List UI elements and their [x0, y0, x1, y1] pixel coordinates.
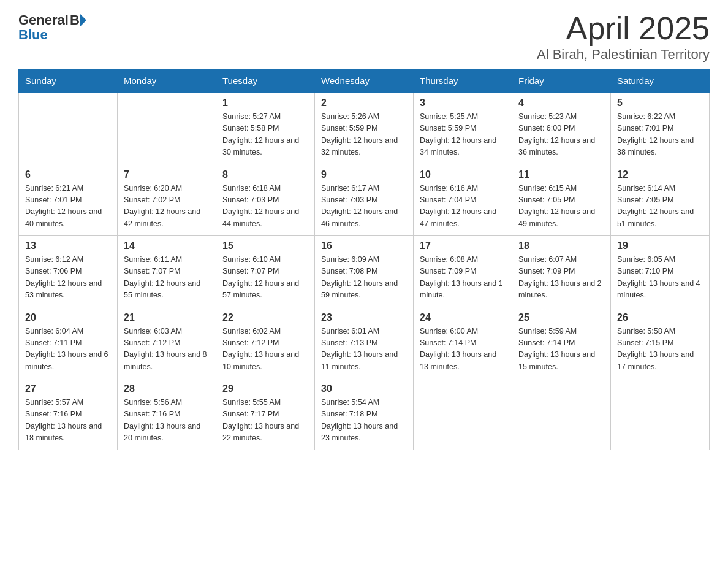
day-info: Sunrise: 6:05 AMSunset: 7:10 PMDaylight:…	[617, 254, 703, 302]
day-info: Sunrise: 6:08 AMSunset: 7:09 PMDaylight:…	[420, 254, 506, 302]
day-number: 27	[25, 383, 111, 394]
logo: General B Blue	[18, 12, 86, 43]
day-info: Sunrise: 6:17 AMSunset: 7:03 PMDaylight:…	[321, 183, 407, 231]
calendar-cell: 7Sunrise: 6:20 AMSunset: 7:02 PMDaylight…	[118, 164, 216, 236]
title-section: April 2025 Al Birah, Palestinian Territo…	[537, 12, 710, 63]
calendar-cell	[512, 378, 611, 450]
calendar-cell: 29Sunrise: 5:55 AMSunset: 7:17 PMDayligh…	[216, 378, 315, 450]
day-number: 20	[25, 312, 111, 323]
day-number: 28	[124, 383, 210, 394]
day-info: Sunrise: 5:58 AMSunset: 7:15 PMDaylight:…	[617, 326, 703, 373]
calendar-cell: 8Sunrise: 6:18 AMSunset: 7:03 PMDaylight…	[216, 164, 315, 236]
day-info: Sunrise: 6:00 AMSunset: 7:14 PMDaylight:…	[420, 326, 506, 373]
calendar-cell: 14Sunrise: 6:11 AMSunset: 7:07 PMDayligh…	[118, 236, 216, 307]
day-info: Sunrise: 5:23 AMSunset: 6:00 PMDaylight:…	[518, 111, 604, 159]
calendar-week-row: 27Sunrise: 5:57 AMSunset: 7:16 PMDayligh…	[19, 378, 710, 450]
day-info: Sunrise: 6:21 AMSunset: 7:01 PMDaylight:…	[25, 183, 111, 231]
day-info: Sunrise: 6:07 AMSunset: 7:09 PMDaylight:…	[518, 254, 604, 302]
day-info: Sunrise: 5:27 AMSunset: 5:58 PMDaylight:…	[222, 111, 308, 159]
day-number: 25	[518, 312, 604, 323]
calendar-cell: 24Sunrise: 6:00 AMSunset: 7:14 PMDayligh…	[414, 307, 512, 378]
calendar-cell: 21Sunrise: 6:03 AMSunset: 7:12 PMDayligh…	[118, 307, 216, 378]
weekday-header-row: SundayMondayTuesdayWednesdayThursdayFrid…	[19, 69, 710, 93]
weekday-header-monday: Monday	[118, 69, 216, 93]
calendar-cell: 15Sunrise: 6:10 AMSunset: 7:07 PMDayligh…	[216, 236, 315, 307]
day-info: Sunrise: 5:56 AMSunset: 7:16 PMDaylight:…	[124, 397, 210, 445]
calendar-cell: 22Sunrise: 6:02 AMSunset: 7:12 PMDayligh…	[216, 307, 315, 378]
calendar-cell: 2Sunrise: 5:26 AMSunset: 5:59 PMDaylight…	[315, 93, 414, 164]
day-number: 12	[617, 169, 703, 180]
day-info: Sunrise: 6:09 AMSunset: 7:08 PMDaylight:…	[321, 254, 407, 302]
weekday-header-friday: Friday	[512, 69, 611, 93]
calendar-cell: 4Sunrise: 5:23 AMSunset: 6:00 PMDaylight…	[512, 93, 611, 164]
logo-blue: Blue	[18, 27, 48, 43]
calendar-cell: 9Sunrise: 6:17 AMSunset: 7:03 PMDaylight…	[315, 164, 414, 236]
day-number: 16	[321, 240, 407, 251]
day-info: Sunrise: 6:10 AMSunset: 7:07 PMDaylight:…	[222, 254, 308, 302]
calendar-cell: 1Sunrise: 5:27 AMSunset: 5:58 PMDaylight…	[216, 93, 315, 164]
calendar-week-row: 20Sunrise: 6:04 AMSunset: 7:11 PMDayligh…	[19, 307, 710, 378]
day-number: 24	[420, 312, 506, 323]
calendar-cell	[118, 93, 216, 164]
day-info: Sunrise: 5:26 AMSunset: 5:59 PMDaylight:…	[321, 111, 407, 159]
weekday-header-thursday: Thursday	[414, 69, 512, 93]
weekday-header-wednesday: Wednesday	[315, 69, 414, 93]
day-number: 7	[124, 169, 210, 180]
calendar-cell: 23Sunrise: 6:01 AMSunset: 7:13 PMDayligh…	[315, 307, 414, 378]
day-number: 22	[222, 312, 308, 323]
calendar-cell: 13Sunrise: 6:12 AMSunset: 7:06 PMDayligh…	[19, 236, 118, 307]
day-info: Sunrise: 6:16 AMSunset: 7:04 PMDaylight:…	[420, 183, 506, 231]
day-info: Sunrise: 5:59 AMSunset: 7:14 PMDaylight:…	[518, 326, 604, 373]
calendar-cell: 30Sunrise: 5:54 AMSunset: 7:18 PMDayligh…	[315, 378, 414, 450]
weekday-header-saturday: Saturday	[611, 69, 710, 93]
day-number: 26	[617, 312, 703, 323]
day-info: Sunrise: 5:25 AMSunset: 5:59 PMDaylight:…	[420, 111, 506, 159]
calendar-cell: 28Sunrise: 5:56 AMSunset: 7:16 PMDayligh…	[118, 378, 216, 450]
day-number: 19	[617, 240, 703, 251]
logo-general: General	[18, 12, 69, 28]
day-info: Sunrise: 6:22 AMSunset: 7:01 PMDaylight:…	[617, 111, 703, 159]
day-number: 4	[518, 98, 604, 109]
calendar-cell	[611, 378, 710, 450]
day-number: 18	[518, 240, 604, 251]
day-number: 21	[124, 312, 210, 323]
location-title: Al Birah, Palestinian Territory	[537, 47, 710, 63]
day-number: 17	[420, 240, 506, 251]
day-number: 9	[321, 169, 407, 180]
day-number: 13	[25, 240, 111, 251]
calendar-cell: 25Sunrise: 5:59 AMSunset: 7:14 PMDayligh…	[512, 307, 611, 378]
day-info: Sunrise: 5:54 AMSunset: 7:18 PMDaylight:…	[321, 397, 407, 445]
day-number: 2	[321, 98, 407, 109]
day-number: 3	[420, 98, 506, 109]
day-info: Sunrise: 5:57 AMSunset: 7:16 PMDaylight:…	[25, 397, 111, 445]
calendar-cell: 17Sunrise: 6:08 AMSunset: 7:09 PMDayligh…	[414, 236, 512, 307]
calendar-cell: 11Sunrise: 6:15 AMSunset: 7:05 PMDayligh…	[512, 164, 611, 236]
day-info: Sunrise: 6:12 AMSunset: 7:06 PMDaylight:…	[25, 254, 111, 302]
day-number: 8	[222, 169, 308, 180]
logo-b: B	[70, 12, 80, 28]
day-number: 30	[321, 383, 407, 394]
calendar-cell: 3Sunrise: 5:25 AMSunset: 5:59 PMDaylight…	[414, 93, 512, 164]
weekday-header-tuesday: Tuesday	[216, 69, 315, 93]
day-number: 1	[222, 98, 308, 109]
calendar-cell	[414, 378, 512, 450]
day-info: Sunrise: 6:11 AMSunset: 7:07 PMDaylight:…	[124, 254, 210, 302]
day-number: 23	[321, 312, 407, 323]
day-info: Sunrise: 6:03 AMSunset: 7:12 PMDaylight:…	[124, 326, 210, 373]
calendar-week-row: 6Sunrise: 6:21 AMSunset: 7:01 PMDaylight…	[19, 164, 710, 236]
calendar-week-row: 13Sunrise: 6:12 AMSunset: 7:06 PMDayligh…	[19, 236, 710, 307]
calendar-cell: 10Sunrise: 6:16 AMSunset: 7:04 PMDayligh…	[414, 164, 512, 236]
calendar-cell: 5Sunrise: 6:22 AMSunset: 7:01 PMDaylight…	[611, 93, 710, 164]
page-header: General B Blue April 2025 Al Birah, Pale…	[18, 12, 710, 63]
weekday-header-sunday: Sunday	[19, 69, 118, 93]
day-info: Sunrise: 5:55 AMSunset: 7:17 PMDaylight:…	[222, 397, 308, 445]
day-info: Sunrise: 6:14 AMSunset: 7:05 PMDaylight:…	[617, 183, 703, 231]
day-info: Sunrise: 6:20 AMSunset: 7:02 PMDaylight:…	[124, 183, 210, 231]
day-number: 15	[222, 240, 308, 251]
day-info: Sunrise: 6:01 AMSunset: 7:13 PMDaylight:…	[321, 326, 407, 373]
day-info: Sunrise: 6:02 AMSunset: 7:12 PMDaylight:…	[222, 326, 308, 373]
calendar-cell: 6Sunrise: 6:21 AMSunset: 7:01 PMDaylight…	[19, 164, 118, 236]
day-info: Sunrise: 6:04 AMSunset: 7:11 PMDaylight:…	[25, 326, 111, 373]
calendar-cell: 16Sunrise: 6:09 AMSunset: 7:08 PMDayligh…	[315, 236, 414, 307]
day-number: 11	[518, 169, 604, 180]
